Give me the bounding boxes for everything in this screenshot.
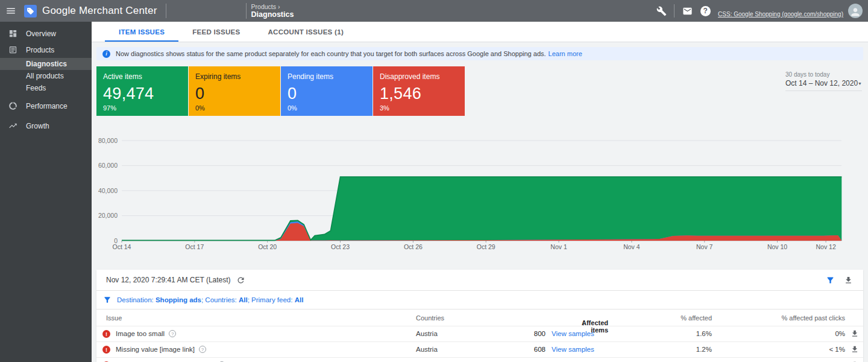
banner-text: Now diagnostics shows status for the sam… xyxy=(116,50,546,57)
filter-summary: Destination: Shopping ads; Countries: Al… xyxy=(117,296,303,303)
error-icon: ! xyxy=(102,346,110,354)
info-banner: i Now diagnostics shows status for the s… xyxy=(96,47,863,60)
download-icon[interactable] xyxy=(841,273,855,287)
sidebar-item-label: Feeds xyxy=(26,84,46,92)
pct-affected-cell: 1.2% xyxy=(627,346,712,353)
stacked-area-chart[interactable]: 020,00040,00060,00080,000Oct 14Oct 17Oct… xyxy=(96,127,863,250)
column-pct-affected-past-clicks[interactable]: % affected past clicks xyxy=(723,314,845,322)
disapproved-items-card[interactable]: Disapproved items 1,546 3% xyxy=(373,66,465,116)
date-range-selector[interactable]: 30 days to today Oct 14 – Nov 12, 2020 ▼ xyxy=(785,71,862,91)
table-row: !Violation of Shopping ads policy?Austri… xyxy=(96,357,863,362)
breadcrumb-section[interactable]: Products › xyxy=(251,3,294,10)
y-axis-tick-label: 60,000 xyxy=(98,162,118,169)
active-items-card[interactable]: Active items 49,474 97% xyxy=(96,66,188,116)
error-icon: ! xyxy=(102,330,110,338)
sidebar-item-label: Diagnostics xyxy=(26,60,67,68)
affected-count: 608 xyxy=(455,346,546,353)
snapshot-row: Nov 12, 2020 7:29:41 AM CET (Latest) xyxy=(96,270,863,290)
products-list-icon xyxy=(8,45,17,54)
date-range-value: Oct 14 – Nov 12, 2020 xyxy=(785,79,858,87)
diagnostics-chart: 020,00040,00060,00080,000Oct 14Oct 17Oct… xyxy=(96,127,863,253)
sidebar-item-growth[interactable]: Growth xyxy=(0,118,92,134)
snapshot-timestamp: Nov 12, 2020 7:29:41 AM CET (Latest) xyxy=(106,276,231,284)
x-axis-tick-label: Oct 23 xyxy=(331,243,350,250)
header-divider xyxy=(674,4,675,17)
sidebar-item-products[interactable]: Products xyxy=(0,42,92,58)
card-percent: 0% xyxy=(195,104,274,112)
table-body: !Image too small?Austria800View samples1… xyxy=(96,326,863,362)
learn-more-link[interactable]: Learn more xyxy=(549,50,582,57)
tab-bar: ITEM ISSUES FEED ISSUES ACCOUNT ISSUES (… xyxy=(92,22,868,42)
card-percent: 0% xyxy=(288,104,366,112)
avatar[interactable] xyxy=(848,4,863,18)
sidebar-item-overview[interactable]: Overview xyxy=(0,25,92,42)
help-icon[interactable]: ? xyxy=(199,346,206,353)
card-label: Pending items xyxy=(288,72,366,81)
tab-feed-issues[interactable]: FEED ISSUES xyxy=(178,22,254,42)
refresh-icon[interactable] xyxy=(234,273,248,287)
sidebar-item-diagnostics[interactable]: Diagnostics xyxy=(0,58,92,70)
sidebar: Overview Products Diagnostics All produc… xyxy=(0,22,92,362)
app-header: Google Merchant Center Products › Diagno… xyxy=(0,0,868,22)
issue-label: Image too small xyxy=(116,330,165,337)
pending-items-card[interactable]: Pending items 0 0% xyxy=(281,66,373,116)
filter-icon[interactable] xyxy=(823,273,837,287)
performance-gauge-icon xyxy=(8,101,17,110)
expiring-items-card[interactable]: Expiring items 0 0% xyxy=(189,66,280,116)
x-axis-tick-label: Oct 20 xyxy=(258,243,277,250)
y-axis-tick-label: 20,000 xyxy=(98,212,118,219)
overview-grid-icon xyxy=(8,29,17,38)
tab-item-issues[interactable]: ITEM ISSUES xyxy=(105,22,178,42)
column-pct-affected[interactable]: % affected xyxy=(627,314,712,322)
x-axis-tick-label: Oct 17 xyxy=(185,243,204,250)
card-label: Expiring items xyxy=(195,72,274,81)
countries-cell: Austria xyxy=(416,330,438,337)
help-icon[interactable]: ? xyxy=(169,330,176,337)
x-axis-tick-label: Nov 12 xyxy=(816,243,835,250)
x-axis-tick-label: Oct 29 xyxy=(477,243,495,250)
download-icon[interactable] xyxy=(851,329,860,339)
view-samples-link[interactable]: View samples xyxy=(552,346,594,353)
account-link[interactable]: CSS: Google Shopping (google.com/shoppin… xyxy=(718,11,843,17)
card-label: Disapproved items xyxy=(380,72,458,81)
mail-icon[interactable] xyxy=(678,2,696,20)
countries-cell: Austria xyxy=(416,346,438,353)
card-percent: 3% xyxy=(380,104,458,112)
table-row: !Missing value [image link]?Austria608Vi… xyxy=(96,341,863,357)
sidebar-item-all-products[interactable]: All products xyxy=(0,70,92,82)
help-icon[interactable]: ? xyxy=(696,2,714,20)
x-axis-tick-label: Oct 14 xyxy=(113,243,131,250)
card-label: Active items xyxy=(103,72,181,81)
sidebar-item-performance[interactable]: Performance xyxy=(0,98,92,114)
active-items-area xyxy=(122,177,841,241)
column-countries[interactable]: Countries xyxy=(416,314,444,322)
issue-cell: Image too small? xyxy=(116,330,176,337)
card-value: 0 xyxy=(288,84,366,103)
x-axis-tick-label: Nov 1 xyxy=(550,243,567,250)
header-divider xyxy=(166,4,166,18)
y-axis-tick-label: 80,000 xyxy=(98,137,118,144)
header-actions: ? CSS: Google Shopping (google.com/shopp… xyxy=(652,2,868,20)
x-axis-tick-label: Nov 4 xyxy=(623,243,640,250)
affected-count: 800 xyxy=(455,330,546,337)
breadcrumb-section-label: Products xyxy=(251,3,276,10)
column-issue[interactable]: Issue xyxy=(106,314,122,322)
sidebar-item-label: Products xyxy=(26,46,54,54)
menu-icon[interactable] xyxy=(0,0,22,22)
card-value: 1,546 xyxy=(380,84,458,103)
issue-cell: Missing value [image link]? xyxy=(116,346,206,353)
app-title: Google Merchant Center xyxy=(42,5,157,17)
download-icon[interactable] xyxy=(851,345,860,355)
tab-account-issues[interactable]: ACCOUNT ISSUES (1) xyxy=(254,22,358,42)
info-icon: i xyxy=(102,50,110,58)
breadcrumb-page: Diagnostics xyxy=(251,10,294,19)
tools-wrench-icon[interactable] xyxy=(652,2,670,20)
active-filters-row[interactable]: Destination: Shopping ads; Countries: Al… xyxy=(96,290,863,309)
sidebar-item-label: Growth xyxy=(26,122,49,130)
growth-trending-up-icon xyxy=(8,121,17,130)
date-range-preset: 30 days to today xyxy=(785,71,862,78)
sidebar-item-feeds[interactable]: Feeds xyxy=(0,82,92,94)
view-samples-link[interactable]: View samples xyxy=(552,330,594,337)
merchant-center-logo-icon xyxy=(24,5,37,17)
pct-affected-cell: 1.6% xyxy=(627,330,712,337)
